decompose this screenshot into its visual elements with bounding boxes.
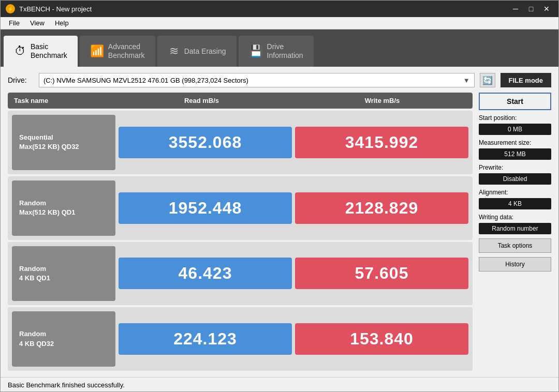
drive-selector-text: (C:) NVMe SAMSUNG MZVL2512 476.01 GB (99… [43, 77, 463, 84]
maximize-button[interactable]: □ [524, 4, 538, 14]
tab-basic-benchmark-label: BasicBenchmark [31, 42, 67, 60]
row-label-sequential: SequentialMax(512 KB) QD32 [12, 115, 115, 170]
task-options-button[interactable]: Task options [479, 238, 551, 253]
start-position-section: Start position: 0 MB [479, 114, 551, 135]
menu-view[interactable]: View [25, 18, 50, 28]
tab-basic-benchmark[interactable]: ⏱ BasicBenchmark [4, 36, 78, 67]
tab-advanced-benchmark-label: AdvancedBenchmark [108, 42, 145, 60]
app-icon: ⚡ [6, 4, 15, 13]
drive-label: Drive: [8, 76, 34, 84]
table-header: Task name Read mB/s Write mB/s [8, 93, 473, 109]
alignment-section: Alignment: 4 KB [479, 189, 551, 209]
close-button[interactable]: ✕ [540, 4, 553, 14]
benchmark-layout: Task name Read mB/s Write mB/s Sequentia… [8, 93, 551, 371]
file-mode-button[interactable]: FILE mode [501, 73, 551, 87]
write-value-sequential: 3415.992 [295, 127, 468, 158]
read-value-random-4kb-qd32: 224.123 [119, 323, 292, 355]
write-value-random-4kb-qd32: 153.840 [295, 323, 468, 355]
window-title: TxBENCH - New project [19, 5, 92, 13]
menu-file[interactable]: File [4, 18, 25, 28]
table-row: SequentialMax(512 KB) QD32 3552.068 3415… [8, 111, 473, 174]
data-erasing-icon: ≋ [168, 44, 180, 58]
prewrite-section: Prewrite: Disabled [479, 164, 551, 185]
tab-drive-information[interactable]: 💾 DriveInformation [239, 36, 314, 67]
col-read: Read mB/s [111, 93, 292, 109]
prewrite-label: Prewrite: [479, 164, 551, 171]
drive-selector[interactable]: (C:) NVMe SAMSUNG MZVL2512 476.01 GB (99… [39, 73, 475, 87]
main-content: Drive: (C:) NVMe SAMSUNG MZVL2512 476.01… [1, 67, 558, 377]
tab-bar: ⏱ BasicBenchmark 📶 AdvancedBenchmark ≋ D… [1, 29, 558, 67]
history-button[interactable]: History [479, 257, 551, 272]
writing-data-value: Random number [479, 223, 551, 234]
status-bar: Basic Benchmark finished successfully. [1, 377, 558, 392]
tab-data-erasing-label: Data Erasing [184, 47, 226, 56]
alignment-label: Alignment: [479, 189, 551, 196]
start-button[interactable]: Start [479, 93, 551, 110]
table-row: Random4 KB QD32 224.123 153.840 [8, 307, 473, 371]
sidebar: Start Start position: 0 MB Measurement s… [479, 93, 551, 371]
alignment-value: 4 KB [479, 198, 551, 209]
minimize-button[interactable]: ─ [509, 4, 522, 14]
start-position-label: Start position: [479, 114, 551, 122]
tab-data-erasing[interactable]: ≋ Data Erasing [157, 36, 237, 67]
tab-advanced-benchmark[interactable]: 📶 AdvancedBenchmark [80, 36, 155, 67]
benchmark-table: Task name Read mB/s Write mB/s Sequentia… [8, 93, 473, 371]
window-controls[interactable]: ─ □ ✕ [509, 4, 553, 14]
prewrite-value: Disabled [479, 173, 551, 185]
read-value-random-512-qd1: 1952.448 [119, 192, 292, 224]
measurement-size-section: Measurement size: 512 MB [479, 139, 551, 160]
advanced-benchmark-icon: 📶 [90, 44, 104, 58]
col-task-name: Task name [8, 93, 111, 109]
title-bar-left: ⚡ TxBENCH - New project [6, 4, 92, 13]
menu-bar: File View Help [1, 17, 558, 29]
table-row: RandomMax(512 KB) QD1 1952.448 2128.829 [8, 176, 473, 240]
table-row: Random4 KB QD1 46.423 57.605 [8, 242, 473, 306]
write-value-random-512-qd1: 2128.829 [295, 192, 468, 224]
drive-information-icon: 💾 [249, 44, 263, 58]
write-value-random-4kb-qd1: 57.605 [295, 258, 468, 289]
read-value-sequential: 3552.068 [119, 127, 292, 158]
start-position-value: 0 MB [479, 124, 551, 135]
menu-help[interactable]: Help [50, 18, 74, 28]
chevron-down-icon: ▼ [463, 77, 470, 84]
basic-benchmark-icon: ⏱ [14, 44, 26, 58]
row-label-random-4kb-qd1: Random4 KB QD1 [12, 246, 115, 301]
col-write: Write mB/s [292, 93, 473, 109]
read-value-random-4kb-qd1: 46.423 [119, 258, 292, 289]
status-text: Basic Benchmark finished successfully. [8, 381, 125, 389]
title-bar: ⚡ TxBENCH - New project ─ □ ✕ [1, 1, 558, 17]
row-label-random-512-qd1: RandomMax(512 KB) QD1 [12, 180, 115, 236]
tab-drive-information-label: DriveInformation [267, 42, 303, 60]
row-label-random-4kb-qd32: Random4 KB QD32 [12, 311, 115, 367]
drive-row: Drive: (C:) NVMe SAMSUNG MZVL2512 476.01… [8, 73, 551, 87]
measurement-size-label: Measurement size: [479, 139, 551, 146]
refresh-button[interactable]: 🔄 [480, 73, 495, 87]
measurement-size-value: 512 MB [479, 148, 551, 160]
writing-data-section: Writing data: Random number [479, 214, 551, 234]
writing-data-label: Writing data: [479, 214, 551, 221]
